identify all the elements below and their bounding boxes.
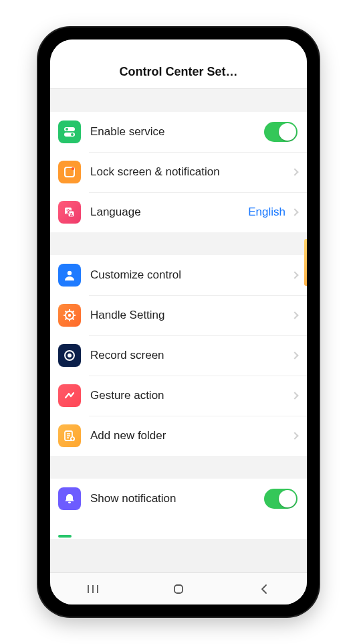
chevron-right-icon — [291, 208, 298, 216]
gear-icon — [58, 304, 81, 327]
chevron-right-icon — [291, 311, 298, 319]
nav-recents-button[interactable] — [80, 576, 106, 602]
settings-group-2: Customize control Handle Setting — [50, 255, 307, 456]
svg-rect-25 — [68, 502, 71, 503]
row-label: Enable service — [90, 125, 264, 139]
gesture-icon — [58, 384, 81, 407]
row-language[interactable]: 文A Language English — [50, 192, 307, 232]
svg-point-1 — [66, 128, 68, 131]
app-screen: Control Center Set… Enable service — [50, 39, 307, 605]
svg-point-5 — [72, 167, 74, 170]
partial-icon-hint — [58, 535, 72, 538]
svg-rect-29 — [174, 585, 183, 593]
row-record-screen[interactable]: Record screen — [50, 335, 307, 376]
chevron-right-icon — [291, 168, 298, 175]
row-label: Handle Setting — [90, 309, 289, 322]
phone-inner: Control Center Set… Enable service — [46, 35, 311, 609]
record-icon — [58, 344, 81, 367]
settings-scroll[interactable]: Enable service Lock screen & notificatio… — [50, 89, 307, 572]
settings-group-1: Enable service Lock screen & notificatio… — [50, 112, 307, 232]
chevron-right-icon — [291, 271, 298, 278]
folder-add-icon — [58, 424, 81, 447]
toggle-panel-icon — [58, 120, 81, 143]
row-label: Lock screen & notification — [90, 165, 289, 179]
svg-point-10 — [68, 271, 72, 275]
row-label: Record screen — [90, 349, 289, 362]
svg-line-17 — [66, 311, 67, 313]
bell-icon — [58, 487, 81, 510]
row-add-folder[interactable]: Add new folder — [50, 416, 307, 456]
chevron-right-icon — [291, 392, 298, 399]
row-handle-setting[interactable]: Handle Setting — [50, 295, 307, 335]
group-gap — [50, 232, 307, 255]
page-title: Control Center Set… — [61, 65, 296, 79]
svg-text:A: A — [70, 212, 74, 217]
row-label: Show notification — [90, 492, 264, 505]
nav-back-button[interactable] — [251, 576, 277, 602]
group-gap — [50, 456, 307, 479]
svg-line-18 — [73, 319, 74, 320]
system-nav-bar — [50, 572, 307, 605]
language-value: English — [248, 206, 285, 219]
edge-panel-handle[interactable] — [304, 239, 307, 286]
svg-line-19 — [66, 319, 67, 320]
lock-screen-icon — [58, 161, 81, 183]
row-label: Gesture action — [90, 389, 289, 402]
svg-point-22 — [68, 353, 72, 357]
row-label: Customize control — [90, 268, 289, 282]
row-customize-control[interactable]: Customize control — [50, 255, 307, 295]
enable-service-toggle[interactable] — [264, 122, 298, 142]
person-icon — [58, 264, 81, 287]
svg-point-12 — [68, 314, 71, 317]
row-label: Add new folder — [90, 429, 289, 442]
group-gap — [50, 89, 307, 112]
app-header: Control Center Set… — [50, 39, 307, 89]
row-enable-service[interactable]: Enable service — [50, 112, 307, 152]
partial-next-row — [50, 519, 307, 539]
row-gesture-action[interactable]: Gesture action — [50, 376, 307, 416]
chevron-right-icon — [291, 351, 298, 359]
chevron-right-icon — [291, 432, 298, 439]
row-lock-screen[interactable]: Lock screen & notification — [50, 152, 307, 192]
show-notification-toggle[interactable] — [264, 489, 298, 509]
settings-group-3: Show notification — [50, 479, 307, 519]
svg-line-20 — [73, 311, 74, 313]
row-show-notification[interactable]: Show notification — [50, 479, 307, 519]
svg-point-3 — [71, 133, 74, 136]
row-label: Language — [90, 206, 248, 219]
nav-home-button[interactable] — [165, 576, 192, 602]
phone-frame: Control Center Set… Enable service — [38, 27, 319, 617]
language-icon: 文A — [58, 201, 81, 224]
